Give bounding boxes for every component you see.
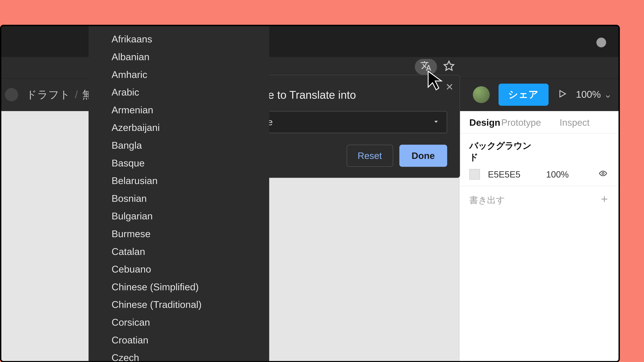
breadcrumb-separator: / (75, 88, 78, 101)
language-option[interactable]: Chinese (Traditional) (88, 296, 269, 314)
language-option[interactable]: Croatian (88, 331, 269, 349)
language-option[interactable]: Bulgarian (88, 207, 269, 225)
export-label: 書き出す (469, 194, 505, 206)
add-export-icon[interactable] (600, 195, 609, 206)
avatar[interactable] (473, 86, 490, 103)
color-opacity[interactable]: 100% (546, 169, 569, 179)
color-hex[interactable]: E5E5E5 (488, 169, 520, 179)
figma-logo-icon[interactable] (5, 88, 18, 101)
tab-menu-icon[interactable] (596, 37, 606, 47)
language-option[interactable]: Amharic (88, 66, 269, 84)
language-option[interactable]: Armenian (88, 101, 269, 119)
language-option[interactable]: Basque (88, 154, 269, 172)
language-option[interactable]: Bangla (88, 137, 269, 155)
panel-tabs: Design Prototype Inspect (460, 111, 618, 134)
caret-down-icon (432, 117, 440, 127)
export-section: 書き出す (460, 186, 618, 214)
svg-marker-5 (434, 121, 438, 123)
zoom-value: 100% (576, 89, 601, 100)
present-icon[interactable] (557, 89, 567, 100)
language-option[interactable]: Afrikaans (88, 30, 269, 48)
breadcrumb-drafts[interactable]: ドラフト (26, 88, 70, 102)
svg-marker-1 (560, 90, 566, 97)
reset-button[interactable]: Reset (346, 145, 393, 167)
language-option[interactable]: Belarusian (88, 172, 269, 190)
language-option[interactable]: Burmese (88, 225, 269, 243)
language-option[interactable]: Bosnian (88, 190, 269, 208)
color-swatch[interactable] (469, 169, 480, 179)
chevron-down-icon (604, 91, 612, 98)
language-dropdown[interactable]: AfrikaansAlbanianAmharicArabicArmenianAz… (88, 26, 269, 361)
background-section: バックグラウンド E5E5E5 100% (460, 134, 618, 186)
language-option[interactable]: Chinese (Simplified) (88, 278, 269, 296)
cursor-icon (426, 69, 447, 92)
visibility-icon[interactable] (597, 169, 609, 179)
language-option[interactable]: Cebuano (88, 261, 269, 278)
tab-design[interactable]: Design (469, 117, 500, 128)
language-option[interactable]: Corsican (88, 314, 269, 332)
language-option[interactable]: Arabic (88, 84, 269, 101)
tab-inspect[interactable]: Inspect (560, 117, 590, 128)
language-option[interactable]: Catalan (88, 243, 269, 261)
zoom-control[interactable]: 100% (576, 89, 612, 100)
background-label: バックグラウンド (469, 140, 536, 163)
tab-prototype[interactable]: Prototype (501, 117, 541, 128)
language-option[interactable]: Czech (88, 349, 269, 361)
app-window: ドラフト / 無題 シェア 100% Des (0, 25, 620, 362)
svg-marker-0 (444, 61, 454, 70)
language-option[interactable]: Albanian (88, 48, 269, 66)
done-button[interactable]: Done (399, 145, 447, 167)
share-button[interactable]: シェア (498, 84, 548, 106)
svg-point-2 (602, 172, 604, 174)
language-option[interactable]: Azerbaijani (88, 119, 269, 137)
right-panel: Design Prototype Inspect バックグラウンド E5E5E5… (459, 111, 618, 361)
